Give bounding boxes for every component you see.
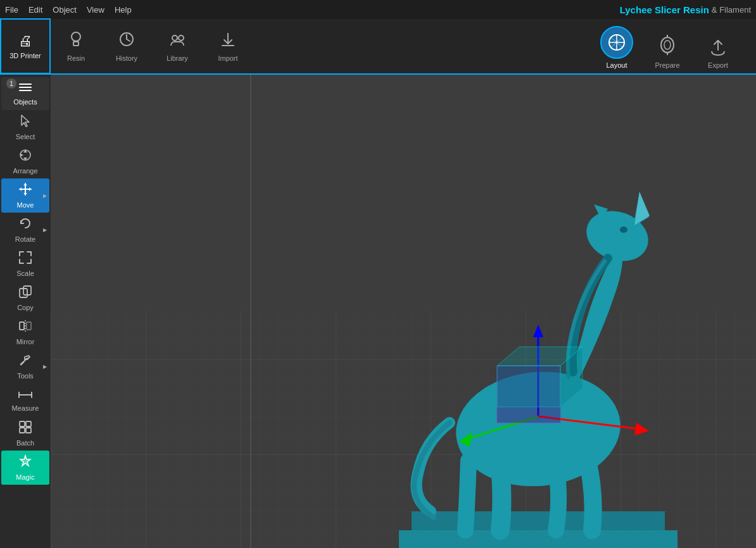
mode-prepare-label: Prepare [655,61,679,69]
scale-icon [18,251,32,268]
toolbar-left: 🖨 3D Printer Resin History [0,19,253,73]
sidebar-copy-label: Copy [17,304,34,311]
menu-view[interactable]: View [87,5,104,15]
sidebar-item-batch[interactable]: Batch [1,416,49,451]
sidebar-tools-label: Tools [17,372,34,380]
sidebar-item-rotate[interactable]: Rotate [1,213,49,247]
sidebar-batch-label: Batch [16,439,34,447]
menu-object[interactable]: Object [53,5,77,15]
menu-edit[interactable]: Edit [28,5,42,15]
toolbar-library-label: Library [167,54,188,62]
svg-point-4 [179,35,184,40]
brand-main: Lychee Slicer Resin [620,4,709,15]
arrange-icon [18,148,32,165]
mode-export-label: Export [708,61,728,69]
svg-rect-41 [399,530,677,548]
toolbar-resin[interactable]: Resin [51,18,101,74]
svg-rect-31 [26,421,31,427]
import-icon [219,30,237,52]
objects-icon [18,82,32,96]
svg-point-11 [661,37,674,53]
toolbar-3d-printer-label: 3D Printer [9,52,41,59]
toolbar: 🖨 3D Printer Resin History [0,19,756,75]
tools-icon [18,353,32,370]
grid-background [51,75,756,548]
svg-line-26 [21,362,23,364]
brand: Lychee Slicer Resin & Filament [620,4,751,15]
batch-icon [18,420,32,437]
prepare-icon [657,32,678,59]
brand-sub: & Filament [712,5,751,15]
svg-rect-30 [20,421,25,427]
resin-icon [67,30,85,52]
toolbar-import-label: Import [218,54,237,62]
magic-icon [18,454,32,471]
history-icon [118,30,135,52]
menu-bar: File Edit Object View Help Lychee Slicer… [0,0,756,19]
library-icon [168,30,186,52]
svg-point-0 [72,32,80,41]
mode-layout-label: Layout [606,61,627,69]
sidebar-item-tools[interactable]: Tools [1,349,49,383]
sidebar-select-label: Select [16,133,35,140]
svg-rect-24 [20,322,24,330]
mode-export[interactable]: Export [693,18,743,74]
svg-rect-1 [73,42,79,46]
sidebar-arrange-label: Arrange [13,167,37,175]
objects-badge: 1 [6,78,16,89]
menu-file[interactable]: File [5,5,18,15]
svg-point-12 [664,40,671,49]
menu-help[interactable]: Help [115,5,132,15]
viewport[interactable] [51,75,756,548]
toolbar-import[interactable]: Import [203,18,253,74]
sidebar-item-move[interactable]: Move [1,178,49,213]
svg-rect-25 [27,322,31,330]
printer-icon: 🖨 [18,33,32,49]
svg-rect-33 [26,428,31,433]
toolbar-history[interactable]: History [101,18,152,74]
export-icon [707,32,729,59]
rotate-icon [18,216,32,234]
toolbar-right: Layout Prepare [591,19,756,73]
sidebar-item-select[interactable]: Select [1,110,49,144]
sidebar-item-measure[interactable]: Measure [1,383,49,416]
sidebar-item-objects[interactable]: 1 Objects [1,77,49,110]
sidebar-item-magic[interactable]: Magic [1,451,49,485]
measure-icon [18,388,32,402]
copy-icon [18,285,32,302]
toolbar-history-label: History [116,54,137,62]
toolbar-library[interactable]: Library [152,18,203,74]
sidebar: 1 Objects Select [0,75,51,548]
svg-point-3 [172,35,177,40]
sidebar-item-arrange[interactable]: Arrange [1,144,49,178]
sidebar-rotate-label: Rotate [15,235,35,243]
mirror-icon [18,319,32,336]
layout-icon [600,26,633,59]
main-content: 1 Objects Select [0,75,756,548]
sidebar-mirror-label: Mirror [16,338,35,346]
mode-prepare[interactable]: Prepare [642,18,693,74]
toolbar-3d-printer[interactable]: 🖨 3D Printer [0,18,51,74]
move-icon [18,182,32,199]
sidebar-magic-label: Magic [16,473,34,481]
sidebar-objects-label: Objects [13,98,37,106]
svg-point-47 [620,227,627,233]
sidebar-scale-label: Scale [16,270,34,277]
sidebar-item-mirror[interactable]: Mirror [1,315,49,349]
mode-layout[interactable]: Layout [591,18,642,74]
sidebar-item-scale[interactable]: Scale [1,247,49,281]
sidebar-move-label: Move [17,201,34,209]
select-icon [18,114,32,131]
toolbar-resin-label: Resin [67,54,85,62]
mode-group: Layout Prepare [591,18,743,74]
svg-rect-32 [20,428,25,433]
sidebar-item-copy[interactable]: Copy [1,281,49,315]
sidebar-measure-label: Measure [12,404,39,412]
